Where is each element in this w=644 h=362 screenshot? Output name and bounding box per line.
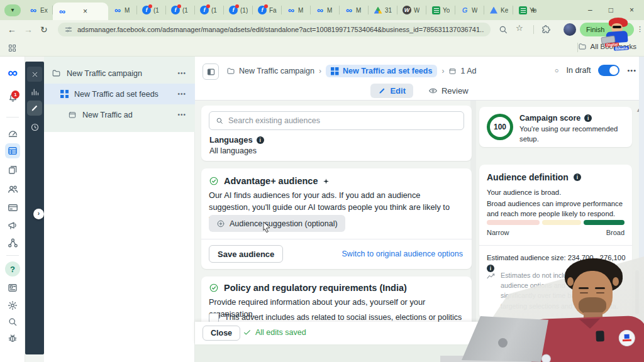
meta-icon: ∞ <box>113 6 122 14</box>
browser-tab[interactable]: f(1) <box>224 0 253 20</box>
breadcrumb-campaign[interactable]: New Traffic campaign <box>226 67 314 75</box>
folder-icon <box>578 42 587 51</box>
save-audience-button[interactable]: Save audience <box>209 245 283 263</box>
business-assets-icon[interactable] <box>5 235 20 250</box>
tab-edit[interactable]: Edit <box>370 84 413 98</box>
edit-pencil-icon[interactable] <box>27 101 42 116</box>
maximize-button[interactable]: □ <box>609 6 613 14</box>
browser-menu-icon[interactable]: ⋮ <box>636 25 643 33</box>
ads-icon[interactable] <box>5 217 20 233</box>
breadcrumb: New Traffic campaign › New Traffic ad se… <box>226 65 476 77</box>
audience-suggestion-button[interactable]: Audience suggestion (optional) <box>209 215 345 232</box>
expand-panel-chevron[interactable]: › <box>33 209 44 219</box>
audience-definition-body: Broad audiences can improve performance … <box>487 199 626 219</box>
meta-icon: ∞ <box>58 7 67 16</box>
browser-tab[interactable]: fFa <box>253 0 282 20</box>
laptop-logo <box>498 338 508 348</box>
google-drive-icon <box>374 7 382 14</box>
campaign-score-card: 100 Campaign score You're using our reco… <box>479 107 632 147</box>
breadcrumb-adset-selected[interactable]: New Traffic ad set feeds <box>326 65 437 77</box>
browser-tab[interactable]: ∞M <box>108 0 137 20</box>
browser-tab[interactable]: ∞Ex <box>24 0 53 20</box>
info-icon[interactable] <box>584 114 592 122</box>
browser-tab[interactable]: Yo <box>426 0 455 20</box>
browser-tab[interactable]: f(1 <box>166 0 195 20</box>
minimize-button[interactable]: – <box>588 6 592 14</box>
audiences-icon[interactable] <box>5 181 20 196</box>
eye-icon <box>428 86 438 96</box>
tab-search-button[interactable]: ▾ <box>4 4 21 16</box>
meta-logo[interactable]: ∞ <box>5 65 20 80</box>
switch-audience-options-link[interactable]: Switch to original audience options <box>342 250 463 258</box>
google-icon: G <box>460 6 469 14</box>
meta-icon: ∞ <box>287 6 296 14</box>
audience-card: Languages All languages <box>201 106 472 161</box>
tree-item-campaign[interactable]: New Traffic campaign ••• <box>44 63 195 84</box>
tree-item-ad[interactable]: New Traffic ad ••• <box>44 104 195 125</box>
header-menu-icon[interactable]: ••• <box>627 67 636 74</box>
facebook-icon: f <box>200 6 209 14</box>
audience-search-input[interactable] <box>228 116 458 125</box>
browser-tab[interactable]: GW <box>455 0 484 20</box>
performance-chart-icon[interactable] <box>27 84 42 99</box>
collapse-sidebar-button[interactable] <box>203 63 219 80</box>
info-icon[interactable] <box>257 136 264 144</box>
advantage-audience-card: Advantage+ audience Our AI finds audienc… <box>201 168 472 269</box>
shirt-logo-patch <box>618 329 635 346</box>
facebook-icon: f <box>258 6 267 14</box>
forward-button[interactable]: → <box>24 25 33 35</box>
tab-review[interactable]: Review <box>428 86 469 96</box>
sticker-sunglasses <box>613 26 621 28</box>
history-clock-icon[interactable] <box>27 119 42 134</box>
browser-tab[interactable]: Ke <box>484 0 513 20</box>
extensions-icon[interactable] <box>541 25 551 35</box>
row-menu-icon[interactable]: ••• <box>177 111 186 118</box>
billing-icon[interactable] <box>5 200 20 215</box>
audience-search[interactable] <box>209 111 464 130</box>
meta-icon: ∞ <box>345 6 353 14</box>
campaigns-icon-selected[interactable] <box>5 143 20 158</box>
trending-icon <box>486 272 496 282</box>
meta-icon: ∞ <box>316 6 325 14</box>
browser-tab[interactable]: f(1 <box>195 0 224 20</box>
settings-gear-icon[interactable] <box>5 298 20 313</box>
draft-status-label: In draft <box>567 66 591 75</box>
bookmark-star-icon[interactable]: ☆ <box>516 23 526 33</box>
campaign-tree-panel: New Traffic campaign ••• New Traffic ad … <box>44 57 195 362</box>
browser-tab[interactable]: 31 <box>369 0 397 20</box>
browser-tab[interactable]: ∞M <box>340 0 369 20</box>
row-menu-icon[interactable]: ••• <box>177 90 186 97</box>
back-button[interactable]: ← <box>8 25 16 35</box>
browser-tab[interactable]: f(1 <box>137 0 166 20</box>
profile-avatar[interactable] <box>564 23 576 36</box>
zoom-icon[interactable] <box>498 25 508 35</box>
plus-circle-icon <box>216 219 225 228</box>
browser-tab[interactable]: ∞M <box>311 0 340 20</box>
new-tab-button[interactable]: + <box>527 4 540 16</box>
close-editor-icon[interactable] <box>27 67 42 82</box>
google-sheets-icon <box>519 6 527 14</box>
draft-publish-toggle[interactable] <box>598 65 619 76</box>
ads-reporting-icon[interactable] <box>5 162 20 177</box>
scale-narrow-label: Narrow <box>487 229 509 236</box>
audience-meter <box>487 220 625 225</box>
events-manager-icon[interactable] <box>5 280 20 295</box>
row-menu-icon[interactable]: ••• <box>177 70 186 77</box>
tab-close-icon[interactable]: × <box>83 7 87 16</box>
address-bar[interactable]: adsmanager.facebook.com/adsmanager/manag… <box>58 23 491 36</box>
window-close-button[interactable]: × <box>630 6 634 14</box>
browser-tab-active[interactable]: ∞× <box>53 3 108 20</box>
browser-tab[interactable]: WW <box>397 0 426 20</box>
apps-grid-icon[interactable] <box>8 43 17 53</box>
tree-item-adset-selected[interactable]: New Traffic ad set feeds ••• <box>44 84 195 104</box>
reload-button[interactable]: ↻ <box>40 25 48 35</box>
help-icon[interactable]: ? <box>5 261 20 277</box>
close-button[interactable]: Close <box>203 326 240 341</box>
browser-tab[interactable]: ∞M <box>282 0 311 20</box>
search-icon[interactable] <box>5 314 20 329</box>
info-icon[interactable] <box>574 173 581 181</box>
breadcrumb-ad[interactable]: 1 Ad <box>448 67 476 75</box>
site-info-icon[interactable] <box>64 25 73 34</box>
account-overview-icon[interactable] <box>5 126 20 141</box>
report-bug-icon[interactable] <box>5 331 20 346</box>
